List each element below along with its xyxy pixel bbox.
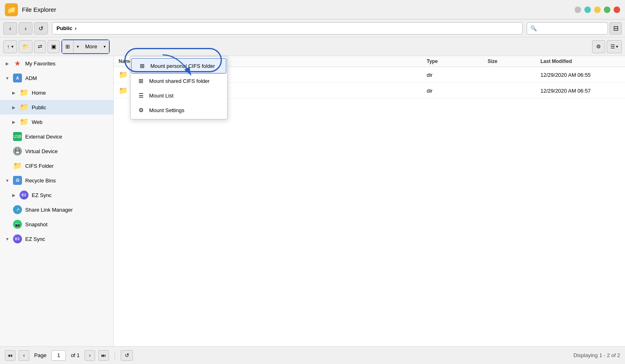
app-title: File Explorer	[22, 6, 575, 13]
sidebar-label-home: Home	[32, 90, 46, 96]
window-controls	[575, 6, 620, 13]
wc-gray-btn[interactable]	[575, 6, 581, 13]
wc-yellow-btn[interactable]	[594, 6, 601, 13]
address-chevron: ›	[75, 25, 76, 31]
sidebar-item-recycle-bins[interactable]: ▼ ♻ Recycle Bins	[0, 173, 113, 188]
adm-icon: A	[13, 74, 22, 82]
col-header-modified: Last Modified	[536, 58, 625, 64]
chevron-right-icon-home: ▶	[11, 90, 16, 95]
list-view-icon: ☰	[610, 43, 615, 50]
move-button[interactable]: ⇄	[34, 40, 46, 53]
mount-icon: ⊞	[65, 43, 70, 50]
page-of-label: of 1	[69, 352, 81, 358]
sidebar-item-share-link-manager[interactable]: ▶ ↗ Share Link Manager	[0, 202, 113, 217]
sidebar-item-my-favorites[interactable]: ▶ ★ My Favorites	[0, 56, 113, 71]
page-refresh-button[interactable]: ↺	[121, 350, 133, 361]
menu-item-mount-settings[interactable]: ⚙ Mount Settings	[130, 103, 227, 117]
status-bar: ⏮ ‹ Page of 1 › ⏭ ↺ Displaying 1 - 2 of …	[0, 346, 625, 364]
col-header-type: Type	[422, 58, 483, 64]
file-folder-icon-download: 📁	[119, 70, 128, 79]
app-icon: 📁	[5, 3, 18, 16]
recycle-bins-icon: ♻	[13, 176, 22, 185]
list-view-button[interactable]: ☰ ▾	[607, 40, 622, 53]
dropdown-menu: ⊞ Mount personal CIFS folder ⊞ Mount sha…	[130, 56, 228, 119]
menu-label-mount-personal: Mount personal CIFS folder	[150, 63, 215, 69]
upload-button[interactable]: ↑ ▾	[3, 40, 17, 53]
menu-item-mount-list[interactable]: ☰ Mount List	[130, 88, 227, 103]
chevron-down-icon-recycle: ▼	[5, 178, 10, 183]
wc-red-btn[interactable]	[614, 6, 620, 13]
more-label: More	[85, 43, 98, 50]
favorites-icon: ★	[13, 59, 22, 68]
displaying-text: Displaying 1 - 2 of 2	[573, 352, 620, 358]
page-prev-button[interactable]: ‹	[19, 350, 29, 361]
web-folder-icon: 📁	[20, 117, 28, 126]
forward-button[interactable]: ›	[19, 22, 33, 35]
title-bar: 📁 File Explorer	[0, 0, 625, 20]
sidebar-label-external-device: External Device	[25, 134, 62, 140]
sidebar-item-web[interactable]: ▶ 📁 Web	[0, 115, 113, 129]
sidebar-label-snapshot: Snapshot	[25, 221, 48, 228]
menu-item-mount-shared[interactable]: ⊞ Mount shared CIFS folder	[130, 74, 227, 88]
sidebar-item-ez-sync-sub[interactable]: ▶ EZ EZ Sync	[0, 188, 113, 202]
mount-settings-icon: ⚙	[137, 106, 145, 114]
view-options-icon: ⊟	[613, 24, 618, 32]
mount-dropdown-button[interactable]: ▾	[74, 40, 82, 53]
chevron-right-icon-web: ▶	[11, 119, 16, 124]
col-header-size: Size	[483, 58, 536, 64]
page-label: Page	[33, 352, 48, 358]
move-icon: ⇄	[38, 43, 42, 50]
mount-button-group: ⊞ ▾ More ▾	[61, 39, 110, 54]
page-next-button[interactable]: ›	[85, 350, 95, 361]
wc-teal-btn[interactable]	[584, 6, 591, 13]
external-device-icon: USB	[13, 132, 22, 141]
back-button[interactable]: ‹	[3, 22, 17, 35]
media-button[interactable]: ▣	[48, 40, 60, 53]
sidebar-label-cifs-folder: CIFS Folder	[25, 163, 54, 169]
wc-green-btn[interactable]	[604, 6, 610, 13]
chevron-down-icon: ▼	[5, 76, 10, 80]
file-type-download: dir	[422, 72, 483, 78]
more-dropdown-button[interactable]: ▾	[100, 40, 109, 53]
new-folder-button[interactable]: 📁	[19, 40, 33, 53]
upload-icon: ↑	[7, 43, 10, 50]
address-toolbar: ‹ › ↺ Public › 🔍 ⊟	[0, 20, 625, 37]
sidebar-item-external-device[interactable]: ▶ USB External Device	[0, 129, 113, 144]
file-type-upload: dir	[422, 88, 483, 94]
sidebar-item-public[interactable]: ▶ 📁 Public	[0, 100, 113, 115]
sidebar-item-home[interactable]: ▶ 📁 Home	[0, 85, 113, 100]
sidebar-item-adm[interactable]: ▼ A ADM	[0, 71, 113, 85]
sidebar-item-virtual-device[interactable]: ▶ 💾 Virtual Device	[0, 144, 113, 158]
mount-personal-icon: ⊞	[138, 62, 146, 70]
sidebar: ▶ ★ My Favorites ▼ A ADM ▶ 📁 Home	[0, 56, 114, 346]
cifs-folder-icon: 📁	[13, 161, 22, 170]
ez-sync-sub-icon: EZ	[20, 191, 28, 199]
upload-dropdown-icon: ▾	[11, 44, 13, 49]
file-folder-icon-upload: 📁	[119, 86, 128, 95]
sidebar-label-public: Public	[32, 104, 46, 110]
virtual-device-icon: 💾	[13, 147, 22, 156]
settings-button[interactable]: ⚙	[592, 40, 605, 53]
view-options-button[interactable]: ⊟	[610, 22, 622, 35]
refresh-nav-button[interactable]: ↺	[34, 22, 48, 35]
sidebar-item-ez-sync-main[interactable]: ▼ EZ EZ Sync	[0, 232, 113, 246]
settings-icon: ⚙	[596, 43, 601, 50]
menu-item-mount-personal[interactable]: ⊞ Mount personal CIFS folder	[131, 58, 226, 74]
search-bar[interactable]: 🔍	[527, 22, 608, 35]
sidebar-item-snapshot[interactable]: ▶ 📷 Snapshot	[0, 217, 113, 232]
mount-dropdown-icon: ▾	[77, 44, 79, 49]
address-bar[interactable]: Public ›	[52, 22, 523, 35]
sidebar-label-ez-sync-main: EZ Sync	[25, 236, 45, 242]
chevron-down-icon-ez-main: ▼	[5, 236, 10, 241]
more-button[interactable]: More	[82, 40, 101, 53]
menu-label-mount-shared: Mount shared CIFS folder	[149, 78, 210, 84]
page-input[interactable]	[51, 350, 66, 361]
mount-button[interactable]: ⊞	[62, 40, 74, 53]
new-folder-icon: 📁	[22, 43, 29, 50]
sidebar-label-adm: ADM	[25, 75, 37, 81]
mount-list-icon: ☰	[137, 91, 145, 100]
page-first-button[interactable]: ⏮	[5, 350, 15, 361]
public-folder-icon: 📁	[20, 103, 28, 112]
sidebar-item-cifs-folder[interactable]: ▶ 📁 CIFS Folder	[0, 158, 113, 173]
page-last-button[interactable]: ⏭	[98, 350, 109, 361]
